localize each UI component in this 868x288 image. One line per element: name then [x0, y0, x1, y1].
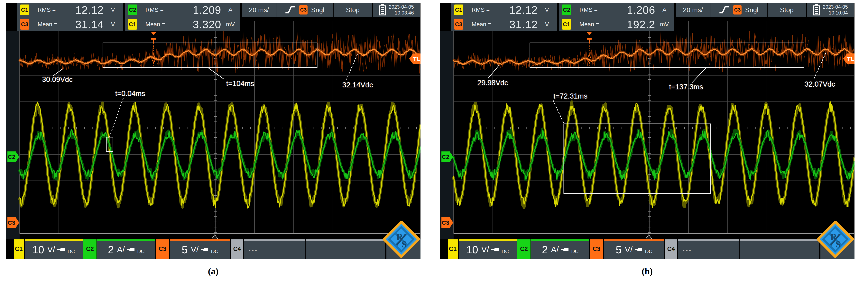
timebase-box[interactable]: 20 ms/	[676, 3, 710, 17]
channel-scale-unit: V/	[47, 245, 55, 254]
waveform-c1-trace	[454, 102, 855, 207]
channel-marker-c3-label: C3	[8, 220, 15, 226]
measurement-box-c3-mean[interactable]: C3 Mean = 31.12 V	[451, 17, 557, 31]
horizontal-position-marker[interactable]	[212, 235, 218, 239]
channel-scale-unit: V/	[481, 245, 489, 254]
annotation-transient-time: t=0.04ms	[115, 89, 145, 98]
channel-settings-c4[interactable]: ---	[244, 239, 305, 259]
waveform-display: C2C3TL	[440, 3, 855, 259]
datetime-box[interactable]: 2023-04-05 10:03:46	[373, 3, 420, 17]
channel-tab-label: C2	[520, 246, 528, 253]
measurement-box-c3-mean[interactable]: C3 Mean = 31.14 V	[17, 17, 123, 31]
channel-tab-c4[interactable]: C4	[231, 239, 243, 259]
channel-tab-c1[interactable]: C1	[14, 239, 24, 259]
measurement-name: RMS =	[472, 6, 501, 13]
measurement-name: Mean =	[38, 21, 67, 28]
channel-coupling: DC	[67, 249, 75, 255]
measurement-value: 1.206	[609, 3, 655, 16]
time-value: 10:10:04	[829, 10, 848, 16]
channel-scale-value: 10	[466, 243, 478, 256]
trigger-box[interactable]: C3 Sngl	[710, 3, 767, 17]
annotation-dc-before: 30.09Vdc	[42, 76, 73, 84]
channel-marker-c2-label: C2	[8, 153, 15, 160]
channel-settings-c1[interactable]: 10 V/ DC	[459, 239, 517, 259]
oscilloscope-screenshot-b: C2C3TL C1 RMS = 12.12 V C2 RMS = 1.206 A…	[440, 3, 855, 259]
measurement-box-c2-rms[interactable]: C2 RMS = 1.206 A	[559, 3, 674, 17]
channel-scale-value: 2	[108, 243, 114, 256]
measurement-value: 3.320	[175, 18, 221, 31]
channel-settings-c2[interactable]: 2 A/ DC	[531, 239, 589, 259]
measurement-name: Mean =	[580, 21, 609, 28]
timebase-box[interactable]: 20 ms/	[242, 3, 276, 17]
channel-badge-c1: C1	[562, 19, 571, 30]
channel-coupling: DC	[501, 249, 509, 255]
channel-tab-label: C1	[449, 246, 457, 253]
measurement-name: RMS =	[580, 6, 609, 13]
channel-coupling: DC	[137, 249, 145, 255]
channel-settings-c3[interactable]: 5 V/ DC	[604, 239, 664, 259]
measurement-name: Mean =	[472, 21, 501, 28]
acquisition-status-box[interactable]: Stop	[334, 3, 372, 17]
measurement-box-c2-rms[interactable]: C2 RMS = 1.209 A	[125, 3, 240, 17]
oscilloscope-screenshot-a: C2C3TL C1 RMS = 12.12 V C2 RMS = 1.209 A…	[6, 3, 421, 259]
measurement-box-c1-rms[interactable]: C1 RMS = 12.12 V	[17, 3, 123, 17]
measurement-box-c1-rms[interactable]: C1 RMS = 12.12 V	[451, 3, 557, 17]
channel-bar: C1 10 V/ DC C2 2 A/ DC C3 5 V/ DC	[6, 239, 421, 259]
channel-scale-unit: V/	[191, 245, 198, 254]
channel-settings-c3[interactable]: 5 V/ DC	[170, 239, 230, 259]
channel-badge-c3: C3	[20, 19, 29, 30]
rohde-schwarz-logo: R S	[383, 221, 420, 258]
measurement-value: 31.14	[67, 18, 104, 31]
annotation-leader-line	[110, 98, 123, 137]
channel-off-value: ---	[249, 247, 258, 253]
channel-settings-c1[interactable]: 10 V/ DC	[25, 239, 83, 259]
probe-icon	[634, 246, 643, 253]
channel-settings-c4[interactable]: ---	[678, 239, 739, 259]
probe-icon	[561, 246, 569, 253]
battery-icon	[813, 4, 820, 16]
annotation-dc-before: 29.98Vdc	[477, 79, 508, 87]
trigger-position-marker[interactable]	[587, 32, 592, 35]
channel-tab-c4[interactable]: C4	[665, 239, 677, 259]
annotation-leader-line	[488, 65, 499, 78]
channel-tab-c2[interactable]: C2	[517, 239, 530, 259]
subfigure-label-b: (b)	[440, 266, 855, 277]
trigger-t-icon	[153, 39, 154, 43]
channel-settings-c2[interactable]: 2 A/ DC	[97, 239, 155, 259]
datetime-box[interactable]: 2023-04-05 10:10:04	[807, 3, 854, 17]
measurement-value: 31.12	[501, 18, 538, 31]
annotation-leader-line	[346, 54, 358, 80]
probe-icon	[200, 246, 209, 253]
channel-tab-c3[interactable]: C3	[156, 239, 169, 259]
trigger-mode: Sngl	[311, 6, 324, 14]
measurement-unit: mV	[657, 21, 671, 28]
trigger-level-label: TL	[847, 56, 854, 62]
channel-tab-c3[interactable]: C3	[590, 239, 603, 259]
measurement-name: Mean =	[146, 21, 175, 28]
horizontal-position-marker[interactable]	[646, 235, 652, 239]
annotation-recovery-time: t=104ms	[226, 80, 254, 88]
measurement-box-c1-mean[interactable]: C1 Mean = 192.2 mV	[559, 17, 674, 31]
channel-coupling: DC	[211, 249, 218, 255]
trigger-source-badge: C3	[299, 5, 308, 15]
trigger-position-marker[interactable]	[151, 32, 156, 35]
trigger-box[interactable]: C3 Sngl	[276, 3, 333, 17]
channel-coupling: DC	[645, 249, 652, 255]
measurement-value: 1.209	[175, 3, 221, 16]
date-value: 2023-04-05	[389, 4, 414, 10]
measurement-unit: V	[540, 6, 554, 13]
channel-tab-c2[interactable]: C2	[83, 239, 96, 259]
channel-tab-label: C1	[15, 246, 23, 253]
channel-tab-c1[interactable]: C1	[448, 239, 458, 259]
channel-badge-c2: C2	[562, 4, 571, 15]
acquisition-status: Stop	[780, 6, 794, 14]
measurement-unit: V	[106, 6, 120, 13]
channel-tab-label: C3	[159, 246, 166, 253]
channel-bar: C1 10 V/ DC C2 2 A/ DC C3 5 V/ DC	[440, 239, 855, 259]
acquisition-status-box[interactable]: Stop	[768, 3, 806, 17]
measurement-unit: A	[657, 6, 671, 13]
trigger-mode: Sngl	[745, 6, 758, 14]
measurement-box-c1-mean[interactable]: C1 Mean = 3.320 mV	[125, 17, 240, 31]
timebase-value: 20 ms/	[683, 6, 703, 14]
measurement-unit: mV	[223, 21, 237, 28]
